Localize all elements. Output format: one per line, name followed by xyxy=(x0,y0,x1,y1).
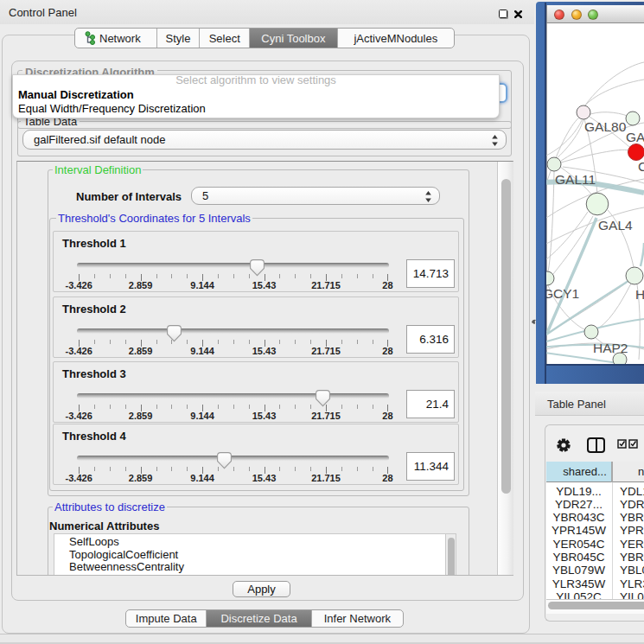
svg-text:GCY1: GCY1 xyxy=(546,286,579,301)
svg-text:GA: GA xyxy=(626,130,644,144)
svg-text:GAL80: GAL80 xyxy=(584,119,627,134)
svg-text:C: C xyxy=(638,159,644,174)
svg-text:GAL4: GAL4 xyxy=(598,218,633,233)
svg-text:H: H xyxy=(635,287,644,302)
svg-text:HAP2: HAP2 xyxy=(593,341,628,355)
svg-text:GAL11: GAL11 xyxy=(555,172,596,187)
